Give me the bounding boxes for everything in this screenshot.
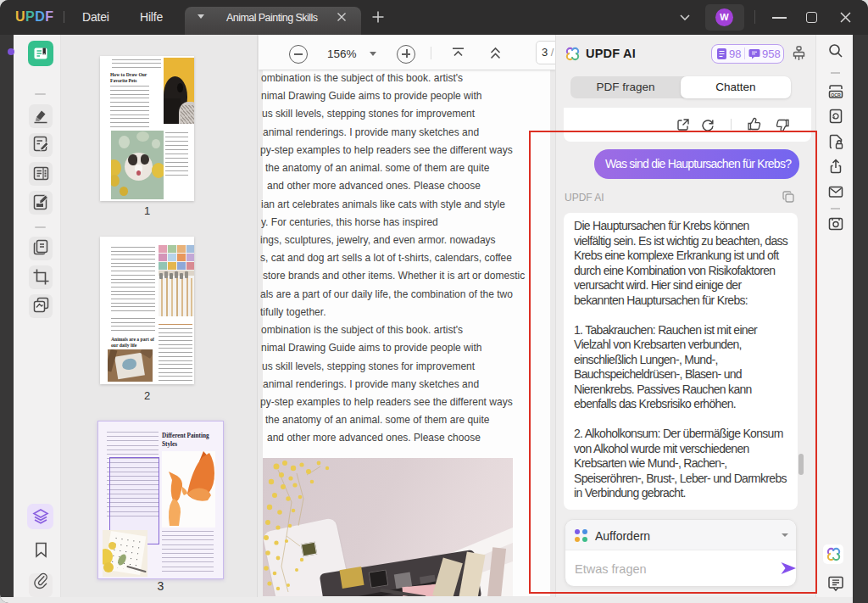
svg-text:OCR: OCR	[831, 92, 841, 98]
